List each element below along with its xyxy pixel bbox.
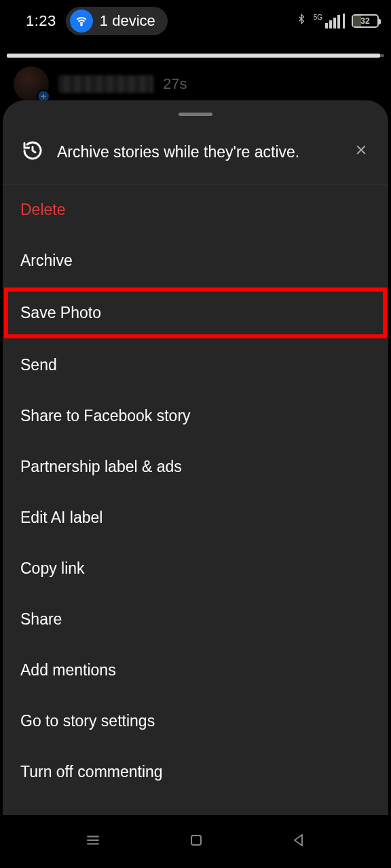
battery-icon: 32 <box>352 14 379 28</box>
bluetooth-icon <box>296 12 307 31</box>
recents-icon[interactable] <box>84 831 102 852</box>
devices-pill[interactable]: 1 device <box>66 7 168 35</box>
wifi-icon <box>70 9 93 33</box>
menu-item-story-settings[interactable]: Go to story settings <box>3 696 388 747</box>
avatar[interactable]: + <box>14 66 49 102</box>
close-icon[interactable] <box>350 139 372 165</box>
menu-item-copy-link[interactable]: Copy link <box>3 543 388 594</box>
menu-item-edit-ai-label[interactable]: Edit AI label <box>3 492 388 543</box>
svg-rect-4 <box>191 835 201 845</box>
status-left: 1:23 1 device <box>26 7 168 35</box>
history-icon <box>22 140 43 164</box>
menu-item-archive[interactable]: Archive <box>3 235 388 286</box>
status-bar: 1:23 1 device 5G 32 <box>0 0 391 42</box>
signal-icon: 5G <box>314 14 345 28</box>
back-icon[interactable] <box>291 832 307 851</box>
archive-hint-row: Archive stories while they're active. <box>3 139 388 184</box>
home-icon[interactable] <box>188 832 204 851</box>
actions-menu: Delete Archive Save Photo Send Share to … <box>3 184 388 815</box>
clock: 1:23 <box>26 12 56 30</box>
menu-item-partnership[interactable]: Partnership label & ads <box>3 441 388 492</box>
status-right: 5G 32 <box>296 12 379 31</box>
devices-label: 1 device <box>100 12 155 30</box>
story-actions-sheet: Archive stories while they're active. De… <box>3 100 388 815</box>
menu-item-share-facebook[interactable]: Share to Facebook story <box>3 391 388 441</box>
archive-hint-text: Archive stories while they're active. <box>57 143 337 161</box>
menu-item-share[interactable]: Share <box>3 594 388 645</box>
menu-item-delete[interactable]: Delete <box>3 184 388 235</box>
menu-item-send[interactable]: Send <box>3 340 388 391</box>
menu-item-turn-off-commenting[interactable]: Turn off commenting <box>3 747 388 797</box>
story-header: + 27s <box>0 57 391 102</box>
username-redacted <box>58 75 153 93</box>
android-navbar <box>0 815 391 868</box>
svg-point-0 <box>81 24 82 26</box>
menu-item-save-photo[interactable]: Save Photo <box>5 289 386 337</box>
sheet-drag-handle[interactable] <box>179 113 212 116</box>
story-age: 27s <box>163 75 187 93</box>
menu-item-add-mentions[interactable]: Add mentions <box>3 645 388 696</box>
